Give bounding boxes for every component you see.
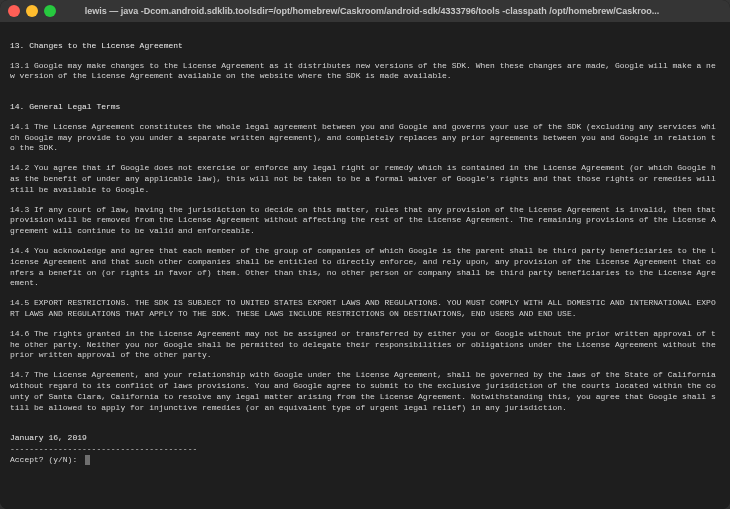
license-paragraph: 14.7 The License Agreement, and your rel…: [10, 370, 720, 413]
terminal-output[interactable]: 13. Changes to the License Agreement13.1…: [0, 22, 730, 509]
license-paragraph: 14.2 You agree that if Google does not e…: [10, 163, 720, 195]
license-paragraph: 14.1 The License Agreement constitutes t…: [10, 122, 720, 154]
minimize-icon[interactable]: [26, 5, 38, 17]
window-title: lewis — java -Dcom.android.sdklib.toolsd…: [62, 6, 722, 16]
license-paragraph: 14.6 The rights granted in the License A…: [10, 329, 720, 361]
prompt-text: Accept? (y/N):: [10, 455, 82, 466]
close-icon[interactable]: [8, 5, 20, 17]
terminal-window: lewis — java -Dcom.android.sdklib.toolsd…: [0, 0, 730, 509]
section-heading-13: 13. Changes to the License Agreement: [10, 41, 720, 52]
license-paragraph: 14.3 If any court of law, having the jur…: [10, 205, 720, 237]
license-paragraph: 14.5 EXPORT RESTRICTIONS. THE SDK IS SUB…: [10, 298, 720, 320]
license-paragraph: 14.4 You acknowledge and agree that each…: [10, 246, 720, 289]
section-heading-14: 14. General Legal Terms: [10, 102, 720, 113]
license-date: January 16, 2019: [10, 433, 87, 442]
titlebar: lewis — java -Dcom.android.sdklib.toolsd…: [0, 0, 730, 22]
cursor-icon: [85, 455, 90, 465]
maximize-icon[interactable]: [44, 5, 56, 17]
license-paragraph: 13.1 Google may make changes to the Lice…: [10, 61, 720, 83]
divider-line: ---------------------------------------: [10, 444, 197, 453]
accept-prompt[interactable]: Accept? (y/N):: [10, 455, 720, 466]
